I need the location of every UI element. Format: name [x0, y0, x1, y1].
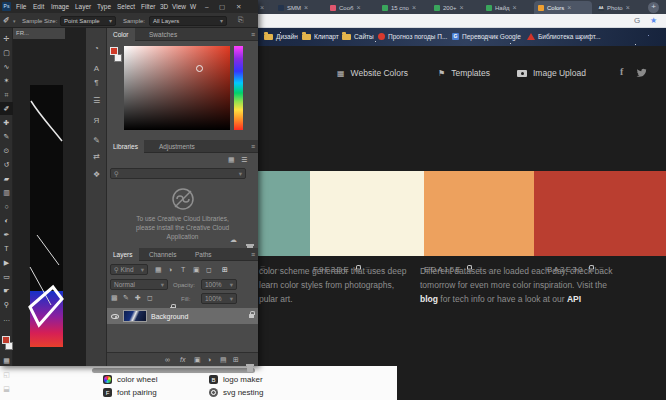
character-panel-icon[interactable]: A [86, 62, 107, 76]
filter-pixel-icon[interactable]: ▦ [155, 266, 162, 274]
type-tool[interactable]: T [0, 242, 13, 255]
tab-close-icon[interactable]: × [412, 4, 416, 11]
fill-dropdown[interactable]: 100%▾ [201, 293, 237, 304]
eyedropper-tool-selected[interactable]: ✐ [0, 102, 13, 115]
selection-mode-icon[interactable]: ▦ [0, 354, 13, 367]
link-logo-maker[interactable]: B logo maker [209, 375, 263, 384]
palette-swatch-cream[interactable] [310, 171, 424, 256]
browser-tab[interactable]: Найд × [482, 1, 534, 14]
browser-tab[interactable]: SMM × [274, 1, 326, 14]
color-fg-swatch[interactable] [110, 47, 118, 55]
browser-tab-active[interactable]: Colors × [534, 1, 592, 14]
delete-layer-icon[interactable] [247, 366, 253, 372]
grid-view-icon[interactable]: ▦ [228, 156, 235, 164]
tab-close-icon[interactable]: × [460, 4, 464, 11]
lock-transparent-icon[interactable]: ▩ [111, 294, 118, 302]
layer-effects-icon[interactable]: fx [180, 356, 185, 363]
layer-filter-dropdown[interactable]: ⚲ Kind ▾ [110, 264, 148, 275]
adjustment-layer-icon[interactable]: ◑ [207, 356, 211, 363]
browser-tab[interactable]: AA Photo × [594, 1, 642, 14]
sample-size-dropdown[interactable]: Point Sample▾ [60, 16, 116, 26]
link-svg-nesting[interactable]: svg nesting [209, 388, 263, 397]
tab-adjustments[interactable]: Adjustments [153, 140, 201, 153]
close-button[interactable]: ✕ [236, 3, 241, 11]
horizontal-scrollbar[interactable] [92, 368, 255, 373]
hand-tool[interactable]: ☛ [0, 284, 13, 297]
tab-channels[interactable]: Channels [143, 248, 182, 261]
history-brush-tool[interactable]: ↺ [0, 158, 13, 171]
nav-website-colors[interactable]: ▦ Website Colors [337, 68, 408, 78]
pen-tool[interactable]: ✒ [0, 228, 13, 241]
layer-row-background[interactable]: Background [107, 308, 258, 324]
blog-link[interactable]: blog [420, 294, 438, 304]
tab-close-icon[interactable]: × [513, 4, 517, 11]
color-bg-swatch[interactable] [114, 54, 122, 62]
quick-selection-tool[interactable]: ✶ [0, 74, 13, 87]
tab-close-icon[interactable]: × [260, 4, 264, 11]
lock-artboard-icon[interactable]: ◻ [147, 294, 153, 302]
tab-color[interactable]: Color [107, 28, 135, 41]
libraries-search-input[interactable]: ⚲▾ [110, 168, 246, 179]
move-tool[interactable]: ✢ [0, 32, 13, 45]
link-color-wheel[interactable]: color wheel [103, 375, 157, 384]
shape-tool[interactable]: ▭ [0, 270, 13, 283]
panel-menu-icon[interactable]: ≡ [251, 248, 255, 261]
link-layers-icon[interactable]: ∞ [165, 356, 170, 363]
menu-select[interactable]: Select [117, 3, 135, 10]
filter-type-icon[interactable]: T [181, 266, 185, 273]
cloud-sync-icon[interactable]: ☁ [230, 236, 237, 244]
menu-filter[interactable]: Filter [141, 3, 155, 10]
browser-tab[interactable]: Сооб × [326, 1, 378, 14]
new-tab-button[interactable]: + [648, 2, 659, 13]
path-selection-tool[interactable]: ▶ [0, 256, 13, 269]
tab-close-icon[interactable]: × [304, 4, 308, 11]
nav-image-upload[interactable]: Image Upload [517, 68, 586, 78]
bookmark-item[interactable]: Прогноз погоды П... [378, 33, 447, 40]
filter-shape-icon[interactable]: ▣ [193, 266, 200, 274]
minimize-button[interactable]: – [205, 3, 209, 10]
bookmark-item[interactable]: Дизайн [264, 33, 298, 40]
bookmark-item[interactable]: Библиотека шрифт... [527, 33, 601, 40]
color-gradient-field[interactable] [124, 46, 230, 130]
menu-edit[interactable]: Edit [33, 3, 44, 10]
zoom-tool[interactable]: ⚲ [0, 298, 13, 311]
menu-view[interactable]: View [172, 3, 186, 10]
menu-3d[interactable]: 3D [160, 3, 168, 10]
glyphs-panel-icon[interactable]: ☰ [86, 94, 107, 108]
panel-toggle-icon[interactable]: ⎘ [238, 16, 244, 24]
new-layer-icon[interactable]: ⊞ [233, 356, 239, 364]
tab-close-icon[interactable]: × [356, 4, 360, 11]
browser-tab-stub[interactable]: × [256, 1, 274, 14]
bookmark-item[interactable]: G Переводчик Google [452, 33, 521, 40]
lasso-tool[interactable]: ∿ [0, 60, 13, 73]
browser-tab[interactable]: 15 спо × [378, 1, 430, 14]
browser-tab[interactable]: 200+ × [430, 1, 482, 14]
dodge-tool[interactable]: ◐ [0, 214, 13, 227]
maximize-button[interactable]: ▢ [219, 3, 225, 11]
filter-toggle-icon[interactable]: ⊞ [222, 266, 228, 274]
opacity-dropdown[interactable]: 100%▾ [201, 279, 237, 290]
group-layers-icon[interactable]: ▤ [220, 356, 227, 364]
facebook-icon[interactable]: f [620, 66, 623, 77]
list-view-icon[interactable]: ☰ [241, 156, 247, 164]
brush-tool[interactable]: ✎ [0, 130, 13, 143]
screen-mode-icon[interactable]: ⬓ [0, 382, 13, 395]
translate-icon[interactable]: G [634, 16, 640, 25]
tab-layers[interactable]: Layers [107, 248, 139, 261]
tab-close-icon[interactable]: × [567, 4, 571, 11]
blur-tool[interactable]: ○ [0, 200, 13, 213]
layer-mask-icon[interactable]: ▣ [194, 356, 201, 364]
brush-panel-icon[interactable]: ✎ [86, 134, 107, 148]
menu-image[interactable]: Image [51, 3, 69, 10]
panel-menu-icon[interactable]: ≡ [251, 28, 255, 41]
star-icon[interactable]: ★ [650, 16, 657, 25]
crop-tool[interactable]: ⌗ [0, 88, 13, 101]
menu-window[interactable]: W [190, 3, 196, 10]
menu-layer[interactable]: Layer [75, 3, 91, 10]
nav-templates[interactable]: ⚑ Templates [438, 68, 490, 78]
clone-stamp-tool[interactable]: ⊙ [0, 144, 13, 157]
layer-thumbnail[interactable] [123, 310, 147, 322]
paragraph-panel-icon[interactable]: ¶ [86, 76, 107, 90]
healing-brush-tool[interactable]: ✚ [0, 116, 13, 129]
lock-move-icon[interactable]: ✚ [135, 294, 141, 302]
